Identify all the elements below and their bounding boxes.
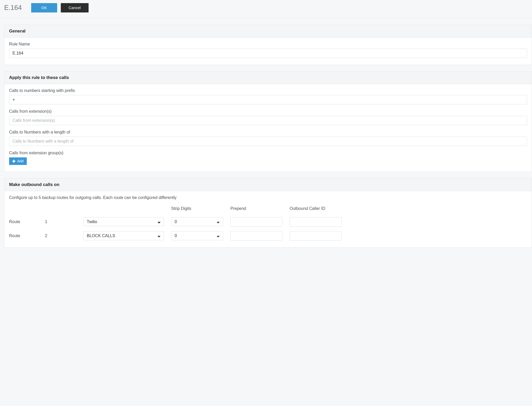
routes-table: Strip Digits Prepend Outbound Caller ID … [9, 206, 527, 241]
prefix-input[interactable] [9, 95, 527, 104]
route-index: 1 [45, 219, 76, 224]
prefix-label: Calls to numbers starting with prefix [9, 88, 527, 93]
from-ext-input[interactable] [9, 116, 527, 125]
panel-general-title: General [4, 25, 532, 38]
ext-group-label: Calls from extension group(s) [9, 151, 527, 155]
ok-button[interactable]: OK [31, 3, 57, 12]
route-provider-select[interactable]: TwilioBLOCK CALLS [83, 217, 164, 226]
route-prepend-input[interactable] [230, 231, 282, 241]
rule-name-label: Rule Name [9, 42, 527, 46]
panel-outbound-title: Make outbound calls on [4, 178, 532, 191]
col-caller-id: Outbound Caller ID [290, 206, 342, 212]
outbound-help-text: Configure up to 5 backup routes for outg… [9, 195, 527, 200]
panel-outbound: Make outbound calls on Configure up to 5… [4, 178, 532, 248]
col-prepend: Prepend [230, 206, 282, 212]
length-input[interactable] [9, 137, 527, 146]
route-prepend-input[interactable] [230, 217, 282, 227]
add-ext-group-button[interactable]: ✚ Add [9, 157, 27, 165]
page-header: E.164 OK Cancel [0, 0, 532, 18]
add-label: Add [17, 159, 24, 163]
length-label: Calls to Numbers with a length of [9, 130, 527, 135]
page-content: General Rule Name Apply this rule to the… [0, 18, 532, 260]
page-title: E.164 [4, 4, 22, 12]
route-index: 2 [45, 234, 76, 238]
route-callerid-input[interactable] [290, 217, 342, 227]
route-provider-select[interactable]: TwilioBLOCK CALLS [83, 231, 164, 240]
col-strip-digits: Strip Digits [171, 206, 223, 212]
from-ext-label: Calls from extension(s) [9, 109, 527, 114]
rule-name-input[interactable] [9, 49, 527, 58]
route-strip-select[interactable]: 0 [171, 231, 223, 240]
route-strip-select[interactable]: 0 [171, 217, 223, 226]
route-callerid-input[interactable] [290, 231, 342, 241]
route-label: Route [9, 219, 38, 224]
route-label: Route [9, 234, 38, 238]
plus-icon: ✚ [12, 159, 16, 163]
cancel-button[interactable]: Cancel [61, 3, 89, 12]
panel-general: General Rule Name [4, 25, 532, 65]
panel-apply-title: Apply this rule to these calls [4, 71, 532, 84]
panel-apply-rule: Apply this rule to these calls Calls to … [4, 71, 532, 172]
